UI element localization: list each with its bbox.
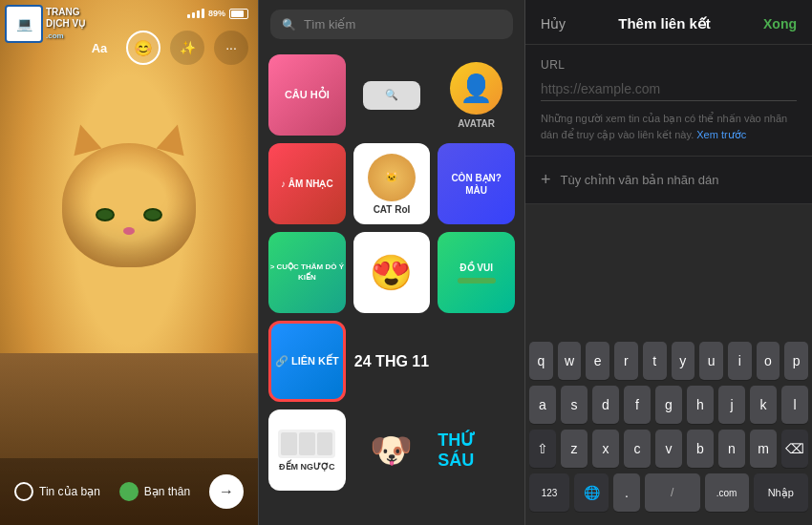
story-bottom-bar: Tin của bạn Bạn thân → [0, 458, 258, 525]
status-indicators: 89% [187, 9, 248, 19]
plus-icon: + [541, 170, 551, 190]
key-g[interactable]: g [655, 386, 682, 424]
sticker-cau-hoi[interactable]: CÂU HỎI [268, 54, 346, 136]
camera-panel: 💻 TRANGDỊCH VỤ.com 9:10 89% Aa 😊 [0, 0, 258, 525]
key-r[interactable]: r [614, 342, 638, 380]
numbers-key[interactable]: 123 [529, 473, 569, 512]
logo-icon: 💻 [5, 5, 43, 43]
key-y[interactable]: y [672, 342, 695, 380]
sticker-animal[interactable]: 🐶 [353, 410, 431, 491]
keyboard-row-3: ⇧ z x c v b n m ⌫ [529, 430, 808, 468]
sticker-cat-roi[interactable]: 🐱 CAT RoI [353, 143, 431, 224]
sticker-tool-button[interactable]: 😊 [126, 31, 160, 65]
cancel-button[interactable]: Hủy [541, 16, 566, 32]
sticker-icon: 😊 [134, 39, 153, 57]
tin-cua-ban-dot [14, 482, 33, 501]
key-i[interactable]: i [728, 342, 752, 380]
battery-fill [231, 10, 244, 17]
key-f[interactable]: f [624, 386, 651, 424]
key-h[interactable]: h [687, 386, 714, 424]
customize-label: Tùy chỉnh văn bản nhãn dán [561, 173, 719, 187]
key-v[interactable]: v [655, 430, 682, 468]
key-c[interactable]: c [624, 430, 651, 468]
bar4 [202, 9, 204, 18]
sticker-thu-sau[interactable]: THỨ SÁU [438, 410, 515, 491]
shift-key[interactable]: ⇧ [529, 430, 556, 468]
sticker-cat-roi-label: CAT RoI [374, 204, 411, 215]
sticker-cuoc-tham[interactable]: > CUỘC THĂM DÒ Ý KIẾN [268, 232, 346, 313]
sticker-do-vui[interactable]: ĐỒ VUI [438, 232, 515, 313]
sticker-dem-nguoc[interactable]: ĐẾM NGƯỢC [268, 410, 346, 491]
do-vui-bar [458, 278, 496, 284]
keyboard-row-2: a s d f g h j k l [529, 386, 808, 424]
sticker-lien-ket[interactable]: 🔗 LIÊN KẾT [268, 321, 346, 402]
search-bar: 🔍 Tìm kiếm [259, 0, 524, 49]
key-u[interactable]: u [699, 342, 723, 380]
key-m[interactable]: m [750, 430, 777, 468]
key-n[interactable]: n [718, 430, 745, 468]
globe-key[interactable]: 🌐 [574, 473, 609, 512]
customize-sticker-text[interactable]: + Tùy chỉnh văn bản nhãn dán [525, 157, 812, 204]
bar3 [197, 10, 200, 18]
sticker-date[interactable]: 24 THG 11 [353, 321, 431, 402]
text-tool-button[interactable]: Aa [82, 31, 117, 65]
url-label: URL [541, 58, 797, 72]
key-t[interactable]: t [643, 342, 667, 380]
return-key[interactable]: Nhập [754, 473, 809, 512]
story-ban-than[interactable]: Bạn thân [119, 482, 190, 501]
key-b[interactable]: b [687, 430, 714, 468]
dotcom-key[interactable]: .com [705, 473, 749, 512]
done-button[interactable]: Xong [763, 16, 797, 32]
sticker-picker-panel: 🔍 Tìm kiếm CÂU HỎI 🔍 👤 AVATAR ♪ ÂM NHẠC … [258, 0, 525, 525]
keyboard-row-4: 123 🌐 . / .com Nhập [529, 473, 808, 512]
sticker-lien-ket-label: 🔗 LIÊN KẾT [275, 355, 339, 368]
sticker-cau-hoi-label: CÂU HỎI [285, 89, 330, 101]
period-key[interactable]: . [613, 473, 640, 512]
key-a[interactable]: a [529, 386, 556, 424]
cat-nose [123, 227, 135, 235]
story-tin-cua-ban[interactable]: Tin của bạn [14, 482, 100, 501]
more-options-button[interactable]: ··· [214, 31, 248, 65]
key-w[interactable]: w [558, 342, 582, 380]
sticker-emoji-heart[interactable]: 😍 [353, 232, 431, 313]
sticker-con-ban[interactable]: CÒN BẠN?MÀU [438, 143, 515, 224]
cat-face [53, 115, 205, 286]
effects-button[interactable]: ✨ [170, 31, 204, 65]
key-j[interactable]: j [718, 386, 745, 424]
key-d[interactable]: d [592, 386, 619, 424]
battery-percent: 89% [208, 9, 225, 18]
sticker-avatar-label: AVATAR [458, 118, 495, 129]
key-l[interactable]: l [781, 386, 808, 424]
key-k[interactable]: k [750, 386, 777, 424]
key-o[interactable]: o [757, 342, 780, 380]
next-button[interactable]: → [209, 474, 244, 509]
emoji-heart-icon: 😍 [370, 253, 413, 293]
url-input[interactable]: https://example.com [541, 77, 797, 101]
cat-eye-right [143, 208, 162, 221]
dem-nguoc-label: ĐẾM NGƯỢC [279, 462, 335, 472]
search-placeholder: Tìm kiếm [304, 17, 355, 32]
link-header: Hủy Thêm liên kết Xong [525, 0, 812, 45]
cat-head [62, 143, 196, 267]
delete-key[interactable]: ⌫ [781, 430, 808, 468]
battery-icon [229, 9, 248, 19]
key-s[interactable]: s [561, 386, 588, 424]
sticker-am-nhac[interactable]: ♪ ÂM NHẠC [268, 143, 346, 224]
sticker-thu-sau-label: THỨ SÁU [438, 430, 515, 471]
space-key[interactable]: / [645, 473, 700, 512]
key-e[interactable]: e [586, 342, 609, 380]
preview-link[interactable]: Xem trước [696, 129, 746, 140]
cat-roi-image: 🐱 [368, 154, 416, 201]
key-z[interactable]: z [561, 430, 588, 468]
sticker-search-icon: 🔍 [385, 89, 398, 101]
search-input-container[interactable]: 🔍 Tìm kiếm [270, 10, 513, 39]
sticker-search[interactable]: 🔍 [353, 54, 431, 136]
key-q[interactable]: q [529, 342, 553, 380]
sticker-avatar[interactable]: 👤 AVATAR [438, 54, 515, 136]
ban-than-label: Bạn thân [144, 485, 190, 498]
sticker-do-vui-label: ĐỒ VUI [459, 262, 493, 273]
bar2 [192, 12, 195, 18]
key-p[interactable]: p [784, 342, 808, 380]
logo-text: TRANGDỊCH VỤ.com [46, 7, 85, 41]
key-x[interactable]: x [592, 430, 619, 468]
